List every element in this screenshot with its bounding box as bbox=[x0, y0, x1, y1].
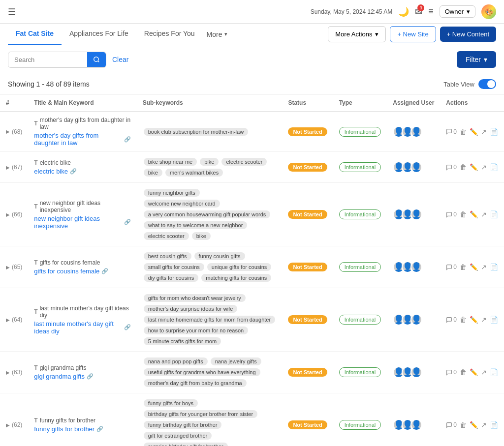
title-link[interactable]: new neighbor gift ideas inexpensive 🔗 bbox=[34, 215, 130, 230]
link-icon[interactable]: 🔗 bbox=[87, 373, 94, 380]
expand-icon[interactable]: ▶ bbox=[6, 212, 10, 217]
clear-button[interactable]: Clear bbox=[112, 56, 128, 63]
edit-icon[interactable]: ✏️ bbox=[470, 128, 478, 136]
external-link-icon[interactable]: ↗ bbox=[481, 316, 487, 324]
edit-icon[interactable]: ✏️ bbox=[470, 368, 478, 376]
expand-icon[interactable]: ▶ bbox=[6, 317, 10, 323]
document-icon[interactable]: 📄 bbox=[490, 128, 498, 136]
toggle-knob bbox=[487, 80, 495, 88]
tab-recipes[interactable]: Recipes For You bbox=[136, 24, 203, 45]
link-icon[interactable]: 🔗 bbox=[96, 426, 103, 432]
row-subkeywords-cell: nana and pop pop giftsnana jewelry gifts… bbox=[137, 352, 283, 393]
row-actions-cell: 0 🗑 ✏️ ↗ 📄 bbox=[440, 288, 504, 352]
title-link[interactable]: electric bike 🔗 bbox=[34, 168, 130, 175]
type-badge: Informational bbox=[339, 420, 381, 430]
new-content-button[interactable]: + New Content bbox=[440, 27, 496, 42]
row-actions-cell: 0 🗑 ✏️ ↗ 📄 bbox=[440, 393, 504, 446]
table-view-switch[interactable] bbox=[478, 79, 496, 89]
expand-icon[interactable]: ▶ bbox=[6, 370, 10, 375]
edit-icon[interactable]: ✏️ bbox=[470, 210, 478, 218]
delete-icon[interactable]: 🗑 bbox=[460, 128, 467, 136]
user-icon: 👤 bbox=[411, 419, 422, 430]
external-link-icon[interactable]: ↗ bbox=[481, 128, 487, 136]
hamburger-icon[interactable]: ☰ bbox=[8, 6, 16, 17]
external-link-icon[interactable]: ↗ bbox=[481, 210, 487, 218]
delete-icon[interactable]: 🗑 bbox=[460, 421, 467, 429]
search-input[interactable] bbox=[8, 52, 87, 67]
document-icon[interactable]: 📄 bbox=[490, 421, 498, 429]
external-link-icon[interactable]: ↗ bbox=[481, 368, 487, 376]
row-number: ▶ (63) bbox=[0, 352, 28, 393]
search-button[interactable] bbox=[87, 52, 106, 67]
table-row: ▶ (62) T funny gifts for brother funny g… bbox=[0, 393, 504, 446]
col-actions: Actions bbox=[440, 94, 504, 112]
row-type-cell: Informational bbox=[333, 393, 387, 446]
delete-icon[interactable]: 🗑 bbox=[460, 163, 467, 171]
document-icon[interactable]: 📄 bbox=[490, 210, 498, 218]
expand-icon[interactable]: ▶ bbox=[6, 265, 10, 270]
owner-button[interactable]: Owner ▾ bbox=[440, 5, 475, 18]
type-badge: Informational bbox=[339, 127, 381, 137]
new-site-button[interactable]: + New Site bbox=[390, 26, 436, 42]
title-link[interactable]: gigi grandma gifts 🔗 bbox=[34, 373, 130, 380]
status-badge: Not Started bbox=[288, 163, 327, 172]
expand-icon[interactable]: ▶ bbox=[6, 129, 10, 134]
edit-icon[interactable]: ✏️ bbox=[470, 421, 478, 429]
title-type-icon: T bbox=[34, 308, 37, 315]
row-type-cell: Informational bbox=[333, 352, 387, 393]
tags-wrap: nana and pop pop giftsnana jewelry gifts… bbox=[143, 357, 277, 388]
avatar[interactable]: 🎨 bbox=[481, 4, 496, 19]
link-icon[interactable]: 🔗 bbox=[70, 168, 77, 175]
row-title-cell: T new neighbor gift ideas inexpensive ne… bbox=[28, 183, 136, 246]
keyword-tag: electric scooter bbox=[221, 158, 267, 166]
row-actions-cell: 0 🗑 ✏️ ↗ 📄 bbox=[440, 152, 504, 183]
new-content-label: + New Content bbox=[447, 30, 489, 38]
row-number: ▶ (64) bbox=[0, 288, 28, 352]
edit-icon[interactable]: ✏️ bbox=[470, 316, 478, 324]
title-link[interactable]: last minute mother's day gift ideas diy … bbox=[34, 320, 130, 335]
lines-icon[interactable]: ≡ bbox=[428, 6, 434, 17]
user-icon: 👤 bbox=[411, 209, 422, 220]
delete-icon[interactable]: 🗑 bbox=[460, 316, 467, 324]
tab-appliances[interactable]: Appliances For Life bbox=[62, 24, 136, 45]
document-icon[interactable]: 📄 bbox=[490, 316, 498, 324]
title-link[interactable]: mother's day gifts from daughter in law … bbox=[34, 132, 130, 147]
keyword-tag: best cousin gifts bbox=[144, 252, 191, 260]
link-icon[interactable]: 🔗 bbox=[101, 268, 108, 274]
title-link[interactable]: funny gifts for brother 🔗 bbox=[34, 425, 130, 433]
edit-icon[interactable]: ✏️ bbox=[470, 163, 478, 171]
row-title-cell: T mother's day gifts from daughter in la… bbox=[28, 112, 136, 152]
delete-icon[interactable]: 🗑 bbox=[460, 368, 467, 376]
external-link-icon[interactable]: ↗ bbox=[481, 421, 487, 429]
external-link-icon[interactable]: ↗ bbox=[481, 163, 487, 171]
title-type-icon: T bbox=[34, 364, 37, 371]
link-icon[interactable]: 🔗 bbox=[124, 136, 131, 143]
expand-icon[interactable]: ▶ bbox=[6, 422, 10, 428]
tab-fat-cat-site[interactable]: Fat Cat Site bbox=[8, 24, 62, 45]
filter-button[interactable]: Filter ▾ bbox=[457, 51, 496, 68]
document-icon[interactable]: 📄 bbox=[490, 163, 498, 171]
document-icon[interactable]: 📄 bbox=[490, 263, 498, 271]
title-text: new neighbor gift ideas inexpensive bbox=[40, 200, 131, 213]
more-menu-button[interactable]: More ▾ bbox=[203, 24, 231, 45]
row-subkeywords-cell: book club subscription for mother-in-law bbox=[137, 112, 283, 152]
row-assigned-cell: 👤 👤 👤 bbox=[387, 152, 440, 183]
edit-icon[interactable]: ✏️ bbox=[470, 263, 478, 271]
delete-icon[interactable]: 🗑 bbox=[460, 210, 467, 218]
actions-group: 0 🗑 ✏️ ↗ 📄 bbox=[446, 368, 498, 376]
link-icon[interactable]: 🔗 bbox=[124, 219, 131, 225]
title-link[interactable]: gifts for cousins female 🔗 bbox=[34, 268, 130, 275]
owner-chevron-icon: ▾ bbox=[467, 8, 470, 15]
moon-icon[interactable]: 🌙 bbox=[398, 6, 409, 17]
delete-icon[interactable]: 🗑 bbox=[460, 263, 467, 271]
more-actions-button[interactable]: More Actions ▾ bbox=[328, 26, 386, 42]
link-icon[interactable]: 🔗 bbox=[124, 324, 131, 330]
expand-icon[interactable]: ▶ bbox=[6, 165, 10, 170]
row-title-cell: T gifts for cousins female gifts for cou… bbox=[28, 246, 136, 288]
more-chevron-icon: ▾ bbox=[224, 31, 227, 37]
document-icon[interactable]: 📄 bbox=[490, 368, 498, 376]
mail-icon[interactable]: ✉ 3 bbox=[415, 6, 422, 17]
keyword-tag: birthday gifts for younger brother from … bbox=[144, 410, 257, 418]
external-link-icon[interactable]: ↗ bbox=[481, 263, 487, 271]
row-num-label: (64) bbox=[12, 316, 22, 323]
